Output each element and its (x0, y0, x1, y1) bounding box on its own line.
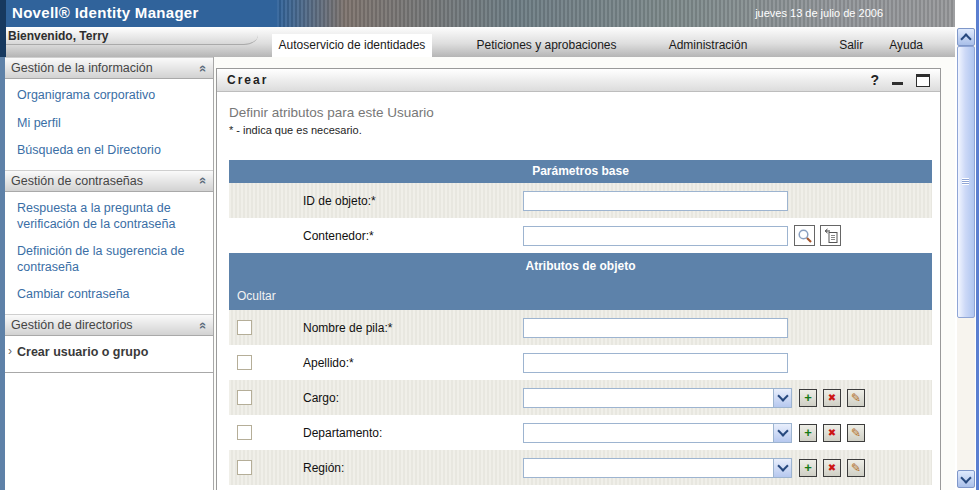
date-label: jueves 13 de julio de 2006 (755, 7, 883, 19)
edit-value-button[interactable]: ✎ (847, 389, 865, 407)
panel-title: Crear (227, 73, 268, 87)
collapse-icon[interactable]: « (197, 64, 210, 71)
required-note: * - indica que es necesario. (229, 124, 936, 136)
field-label: Apellido:* (303, 356, 523, 370)
sidebar-item-mi-perfil[interactable]: Mi perfil (5, 110, 213, 138)
history-icon (823, 228, 839, 244)
field-label: Región: (303, 461, 523, 475)
sidebar-menu: Gestión de la información « Organigrama … (5, 57, 213, 373)
departamento-select[interactable] (523, 423, 792, 443)
section-title: Gestión de contraseñas (11, 174, 143, 188)
lookup-buttons (794, 225, 841, 246)
sidebar-section-gestion-contrasenas[interactable]: Gestión de contraseñas « (5, 170, 213, 192)
main-area: Crear ? Definir atributos para este Usua… (214, 57, 955, 490)
sidebar-item-definicion-sugerencia[interactable]: Definición de la sugerencia de contraseñ… (5, 238, 213, 281)
form-row-departamento: Departamento: + ✖ ✎ (229, 415, 932, 450)
hide-attributes-link[interactable]: Ocultar (237, 289, 276, 303)
form-row-region: Región: + ✖ ✎ (229, 450, 932, 485)
section-title: Gestión de la información (11, 61, 153, 75)
sidebar-item-label: Crear usuario o grupo (17, 345, 148, 359)
field-label: Departamento: (303, 426, 523, 440)
brand-title: Novell® Identity Manager (12, 4, 199, 21)
window-controls: ? (870, 73, 930, 87)
panel-titlebar: Crear ? (217, 69, 940, 92)
add-value-button[interactable]: + (799, 424, 817, 442)
help-link[interactable]: Ayuda (889, 34, 923, 57)
field-label: Cargo: (303, 391, 523, 405)
region-select[interactable] (523, 458, 792, 478)
row-action-buttons: + ✖ ✎ (799, 424, 865, 442)
tab-bar: Autoservicio de identidades Peticiones y… (240, 34, 955, 57)
sidebar-item-cambiar-contrasena[interactable]: Cambiar contraseña (5, 281, 213, 309)
row-checkbox[interactable] (237, 425, 252, 440)
section-title: Gestión de directorios (11, 318, 133, 332)
sidebar-item-respuesta-pregunta-verificacion[interactable]: Respuesta a la pregunta de verificación … (5, 195, 213, 238)
logout-link[interactable]: Salir (839, 34, 863, 57)
nombre-de-pila-input[interactable] (523, 318, 788, 338)
row-checkbox[interactable] (237, 460, 252, 475)
magnifier-icon (797, 228, 813, 244)
base-params-header: Parámetros base (229, 160, 932, 183)
apellido-input[interactable] (523, 353, 788, 373)
object-search-button[interactable] (794, 225, 815, 246)
field-label: Contenedor:* (303, 229, 523, 243)
welcome-plate: Bienvenido, Terry (0, 27, 258, 45)
panel-body: Definir atributos para este Usuario * - … (217, 92, 940, 485)
window-left-edge-top (0, 0, 6, 57)
sidebar-items-group: Respuesta a la pregunta de verificación … (5, 192, 213, 314)
app-window: Novell® Identity Manager jueves 13 de ju… (0, 0, 979, 490)
create-user-form: Parámetros base ID de objeto:* Contenedo… (229, 160, 932, 485)
help-icon[interactable]: ? (870, 73, 879, 87)
sidebar-items-group: › Crear usuario o grupo (5, 336, 213, 372)
sidebar-section-gestion-informacion[interactable]: Gestión de la información « (5, 57, 213, 79)
row-action-buttons: + ✖ ✎ (799, 459, 865, 477)
attributes-title: Atributos de objeto (229, 253, 932, 273)
tab-peticiones-y-aprobaciones[interactable]: Peticiones y aprobaciones (464, 34, 629, 57)
add-value-button[interactable]: + (799, 389, 817, 407)
field-label: ID de objeto:* (303, 194, 523, 208)
tab-autoservicio-de-identidades[interactable]: Autoservicio de identidades (272, 34, 432, 57)
subheader-bar: Bienvenido, Terry Autoservicio de identi… (0, 27, 955, 57)
delete-value-button[interactable]: ✖ (823, 459, 841, 477)
row-checkbox[interactable] (237, 320, 252, 335)
collapse-icon[interactable]: « (197, 177, 210, 184)
object-history-button[interactable] (820, 225, 841, 246)
scroll-up-button[interactable] (957, 28, 975, 46)
sidebar-item-organigrama-corporativo[interactable]: Organigrama corporativo (5, 82, 213, 110)
delete-value-button[interactable]: ✖ (823, 389, 841, 407)
field-label: Nombre de pila:* (303, 321, 523, 335)
minimize-icon[interactable] (892, 82, 903, 85)
crear-panel: Crear ? Definir atributos para este Usua… (216, 68, 941, 490)
scroll-down-button[interactable] (957, 470, 975, 488)
form-row-contenedor: Contenedor:* (229, 218, 932, 253)
contenedor-input[interactable] (523, 226, 788, 246)
vertical-scrollbar[interactable] (957, 28, 975, 488)
chevron-down-icon[interactable] (773, 389, 791, 407)
cargo-select[interactable] (523, 388, 792, 408)
top-banner: Novell® Identity Manager jueves 13 de ju… (0, 0, 955, 27)
sidebar-section-gestion-directorios[interactable]: Gestión de directorios « (5, 314, 213, 336)
form-row-id-objeto: ID de objeto:* (229, 183, 932, 218)
form-row-apellido: Apellido:* (229, 345, 932, 380)
sidebar-item-crear-usuario-o-grupo[interactable]: › Crear usuario o grupo (5, 339, 213, 367)
welcome-label: Bienvenido, Terry (8, 29, 108, 43)
scrollbar-thumb[interactable] (957, 46, 975, 318)
maximize-icon[interactable] (916, 74, 930, 87)
row-checkbox[interactable] (237, 390, 252, 405)
edit-value-button[interactable]: ✎ (847, 424, 865, 442)
row-checkbox[interactable] (237, 355, 252, 370)
sidebar-item-busqueda-directorio[interactable]: Búsqueda en el Directorio (5, 137, 213, 165)
add-value-button[interactable]: + (799, 459, 817, 477)
chevron-down-icon[interactable] (773, 459, 791, 477)
selected-item-arrow-icon: › (8, 344, 12, 359)
delete-value-button[interactable]: ✖ (823, 424, 841, 442)
object-attributes-header: Atributos de objeto Ocultar (229, 253, 932, 310)
row-action-buttons: + ✖ ✎ (799, 389, 865, 407)
id-de-objeto-input[interactable] (523, 191, 788, 211)
collapse-icon[interactable]: « (197, 321, 210, 328)
form-row-nombre-de-pila: Nombre de pila:* (229, 310, 932, 345)
tab-administracion[interactable]: Administración (653, 34, 763, 57)
sidebar: Gestión de la información « Organigrama … (5, 57, 214, 490)
chevron-down-icon[interactable] (773, 424, 791, 442)
edit-value-button[interactable]: ✎ (847, 459, 865, 477)
